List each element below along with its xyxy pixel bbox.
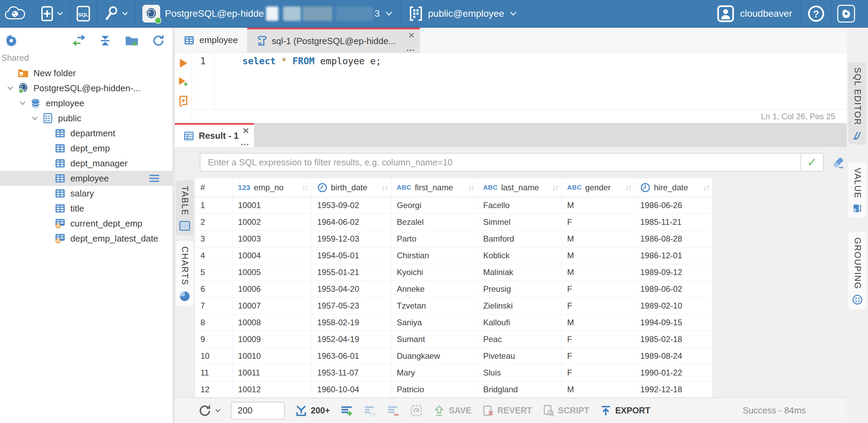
sort-icon[interactable]: ↓↑: [381, 183, 388, 192]
grid-cell[interactable]: Peac: [478, 331, 562, 347]
grid-cell[interactable]: Tzvetan: [391, 298, 478, 314]
tree-item[interactable]: public: [0, 111, 172, 126]
item-menu-icon[interactable]: [149, 174, 160, 183]
grid-cell[interactable]: Parto: [391, 231, 478, 247]
grid-cell[interactable]: Duangkaew: [391, 348, 478, 364]
sync-connection-icon[interactable]: [72, 35, 86, 46]
grid-cell[interactable]: M: [562, 197, 635, 214]
tree-item[interactable]: employee: [0, 96, 172, 111]
grid-cell[interactable]: 1986-06-26: [635, 197, 713, 214]
grid-cell[interactable]: Saniya: [391, 314, 478, 331]
grid-cell[interactable]: 10001: [233, 197, 312, 214]
grid-cell[interactable]: 1985-11-21: [635, 214, 713, 230]
grid-cell[interactable]: 10010: [233, 348, 312, 364]
grid-cell[interactable]: 10003: [233, 231, 312, 247]
grid-cell[interactable]: Bamford: [478, 231, 562, 247]
grid-cell[interactable]: M: [562, 247, 635, 264]
save-button[interactable]: SAVE: [433, 405, 471, 417]
grid-cell[interactable]: 1986-08-28: [635, 231, 713, 247]
grid-cell[interactable]: Sumant: [391, 331, 478, 347]
row-number[interactable]: 11: [195, 365, 233, 381]
column-header-hire_date[interactable]: hire_date↓↑: [635, 178, 713, 197]
tree-item[interactable]: salary: [0, 186, 172, 201]
apply-changes-button[interactable]: [410, 404, 423, 417]
grid-cell[interactable]: 1953-11-07: [312, 365, 391, 381]
grid-cell[interactable]: Piveteau: [478, 348, 562, 364]
grid-cell[interactable]: Kyoichi: [391, 264, 478, 281]
execute-query-button[interactable]: [178, 58, 188, 69]
help-button[interactable]: ?: [801, 0, 831, 27]
row-number[interactable]: 6: [195, 281, 233, 297]
row-number[interactable]: 9: [195, 331, 233, 347]
chevron-down-icon[interactable]: [29, 116, 41, 121]
tab-menu-icon[interactable]: …: [406, 43, 415, 53]
chevron-down-icon[interactable]: [16, 101, 29, 106]
grid-cell[interactable]: 10002: [233, 214, 312, 230]
grid-cell[interactable]: 1953-09-02: [312, 197, 391, 214]
tree-item[interactable]: department: [0, 126, 172, 141]
sort-icon[interactable]: ↓↑: [468, 183, 474, 192]
tree-item[interactable]: PostgreSQL@ep-hidden-...: [0, 81, 172, 96]
cloudbeaver-logo[interactable]: [5, 6, 25, 22]
row-number[interactable]: 7: [195, 298, 233, 314]
tab-result-1[interactable]: Result - 1 ✕ …: [175, 123, 254, 147]
grid-cell[interactable]: 1989-08-24: [635, 348, 713, 364]
grid-cell[interactable]: 10011: [233, 365, 312, 381]
row-number[interactable]: 3: [195, 231, 233, 247]
sql-code-line[interactable]: select * FROM employee e;: [214, 53, 847, 109]
grid-cell[interactable]: 1954-05-01: [312, 247, 391, 264]
grid-cell[interactable]: 1989-06-02: [635, 281, 713, 297]
row-limit-input[interactable]: [231, 402, 285, 420]
grid-cell[interactable]: Patricio: [391, 381, 478, 398]
connection-selector[interactable]: PostgreSQL@ep-hidde 3: [135, 0, 401, 27]
grid-cell[interactable]: 1963-06-01: [312, 348, 391, 364]
sort-icon[interactable]: ↓↑: [302, 183, 308, 192]
tab-employee[interactable]: employee: [175, 28, 247, 53]
tab-grouping-panel[interactable]: GROUPING: [848, 232, 867, 309]
sidebar-splitter[interactable]: [172, 28, 175, 423]
refresh-tree-icon[interactable]: [152, 34, 165, 47]
execute-script-button[interactable]: [178, 95, 189, 107]
grid-cell[interactable]: F: [562, 281, 635, 297]
grid-cell[interactable]: 1964-06-02: [312, 214, 391, 230]
column-header-last_name[interactable]: ABClast_name↓↑: [478, 178, 562, 197]
grid-cell[interactable]: 1985-02-18: [635, 331, 713, 347]
grid-cell[interactable]: Simmel: [478, 214, 562, 230]
grid-cell[interactable]: 1958-02-19: [312, 314, 391, 331]
row-number[interactable]: 5: [195, 264, 233, 281]
new-connection-button[interactable]: [34, 0, 70, 27]
row-number-header[interactable]: #: [195, 178, 233, 197]
grid-cell[interactable]: Facello: [478, 197, 562, 214]
grid-cell[interactable]: 1959-12-03: [312, 231, 391, 247]
column-header-birth_date[interactable]: birth_date↓↑: [312, 178, 391, 197]
grid-cell[interactable]: Zielinski: [478, 298, 562, 314]
chevron-down-icon[interactable]: [4, 86, 16, 91]
grid-cell[interactable]: Kalloufi: [478, 314, 562, 331]
grid-cell[interactable]: 1953-04-20: [312, 281, 391, 297]
export-button[interactable]: EXPORT: [600, 405, 650, 417]
grid-cell[interactable]: 1990-01-22: [635, 365, 713, 381]
schema-selector[interactable]: public@employee: [401, 0, 525, 27]
sort-icon[interactable]: ↓↑: [703, 183, 709, 192]
open-sql-editor-button[interactable]: SQL: [70, 0, 97, 27]
collapse-all-icon[interactable]: [99, 35, 112, 46]
grid-cell[interactable]: 1994-09-15: [635, 314, 713, 331]
tab-sql-editor-panel[interactable]: SQL EDITOR: [848, 62, 867, 145]
grid-cell[interactable]: 1957-05-23: [312, 298, 391, 314]
grid-cell[interactable]: 10005: [233, 264, 312, 281]
grid-cell[interactable]: F: [562, 348, 635, 364]
grid-cell[interactable]: M: [562, 381, 635, 398]
row-number[interactable]: 1: [195, 197, 233, 214]
tree-item[interactable]: dept_emp: [0, 141, 172, 156]
close-icon[interactable]: ✕: [408, 31, 415, 40]
fetch-more-button[interactable]: 200+: [295, 405, 330, 417]
grid-cell[interactable]: Anneke: [391, 281, 478, 297]
eraser-icon[interactable]: [831, 155, 846, 169]
grid-cell[interactable]: Chirstian: [391, 247, 478, 264]
grid-cell[interactable]: 10009: [233, 331, 312, 347]
grid-cell[interactable]: Koblick: [478, 247, 562, 264]
tree-item[interactable]: employee: [0, 171, 172, 186]
tab-menu-icon[interactable]: …: [240, 137, 249, 148]
grid-cell[interactable]: 10004: [233, 247, 312, 264]
tree-item[interactable]: New folder: [0, 66, 172, 81]
